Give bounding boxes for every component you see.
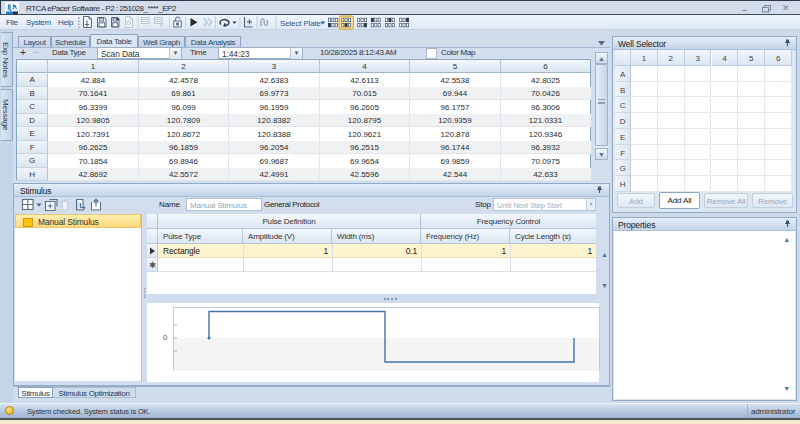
svg-text:Select Plate: Select Plate — [280, 19, 322, 28]
